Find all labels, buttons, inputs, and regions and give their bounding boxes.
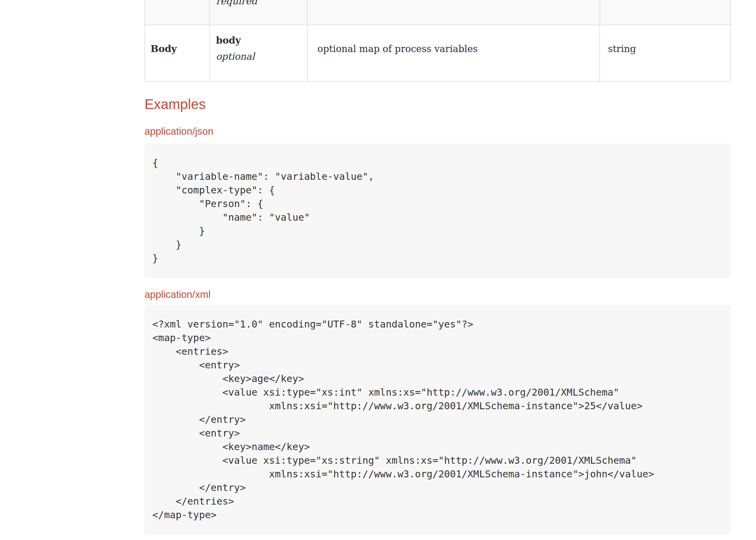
- cell-type: string: [599, 25, 730, 81]
- cell-group: Body: [145, 25, 209, 81]
- param-description: optional map of process variables: [317, 44, 477, 54]
- param-name: body: [216, 36, 241, 45]
- param-flag-optional: optional: [216, 52, 255, 61]
- cell-description: optional map of process variables: [307, 25, 599, 81]
- json-example-code-block: { "variable-name": "variable-value", "co…: [144, 143, 731, 278]
- param-type: string: [608, 44, 636, 54]
- content-type-label-json: application/json: [144, 126, 214, 136]
- cell-group: [145, 0, 209, 25]
- xml-example-code-block: <?xml version="1.0" encoding="UTF-8" sta…: [144, 305, 731, 535]
- cell-type: [599, 0, 730, 25]
- cell-param-name: required: [209, 0, 307, 25]
- param-flag-required: required: [216, 0, 257, 6]
- content-type-label-xml: application/xml: [144, 289, 211, 299]
- examples-heading: Examples: [144, 97, 206, 111]
- parameters-table: required Body body optional optional map…: [144, 0, 731, 82]
- cell-param-name: body optional: [209, 25, 307, 81]
- param-group-label: Body: [150, 44, 177, 54]
- table-row-body: Body body optional optional map of proce…: [145, 25, 730, 81]
- cell-description: [307, 0, 599, 25]
- table-row-required-cut: required: [145, 0, 730, 25]
